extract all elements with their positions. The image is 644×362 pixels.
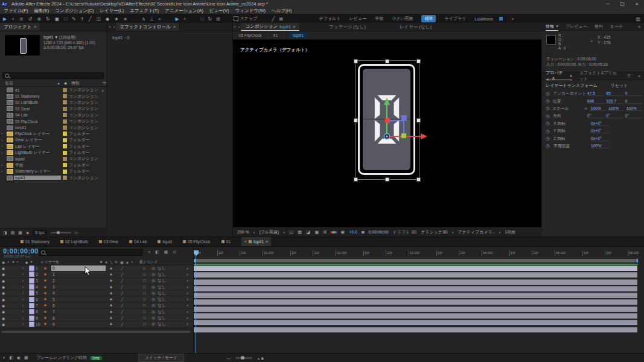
property-value[interactable]: 339.7 <box>606 99 623 104</box>
pick-whip-icon[interactable]: ◎ <box>149 266 158 271</box>
video-column-icon[interactable]: ◉ <box>0 260 5 264</box>
quality-switch[interactable]: ╱ <box>116 285 127 289</box>
label-color-swatch[interactable] <box>61 88 69 92</box>
gizmo-tool-icon[interactable]: + <box>183 16 187 22</box>
label-color-swatch[interactable] <box>29 297 36 302</box>
tool-icon[interactable]: ★ <box>114 16 118 22</box>
timeline-toggle-icon[interactable]: ◧ <box>155 250 159 255</box>
3d-switch[interactable]: □ <box>139 316 149 320</box>
workspace-search-icon[interactable]: ▥ <box>636 16 640 22</box>
item-name[interactable]: LightBulb レイヤー <box>14 150 61 156</box>
property-value[interactable]: 100% <box>626 106 642 111</box>
workspace-tab[interactable]: デフォルト <box>319 16 341 22</box>
rulers-icon[interactable]: ⊞ <box>323 229 327 235</box>
timeline-comp-tab[interactable]: 05 FlipClock <box>183 237 210 246</box>
quality-switch[interactable]: ╱ <box>116 310 127 314</box>
column-name[interactable]: 名前 <box>0 80 57 86</box>
layer-name[interactable]: 2 <box>51 278 106 284</box>
eye-icon[interactable]: ◉ <box>0 291 10 295</box>
expander-icon[interactable]: › <box>22 291 29 295</box>
expander-icon[interactable]: › <box>22 310 29 314</box>
panel-menu-icon[interactable]: ≡ <box>266 240 268 244</box>
property-value[interactable]: 85 <box>606 91 623 96</box>
expander-icon[interactable]: › <box>22 266 29 270</box>
selection-handle[interactable] <box>354 177 358 182</box>
tab-effect-controls[interactable]: エフェクトコントロール ≡ <box>116 23 180 31</box>
panel-collapse-icon[interactable]: « <box>232 25 237 29</box>
selection-handle[interactable] <box>385 59 389 63</box>
pick-whip-icon[interactable]: ◎ <box>149 291 158 296</box>
layer-name-column-label[interactable]: レイヤー名 <box>35 259 100 265</box>
parent-link-dropdown[interactable]: なし ▾ <box>158 278 193 284</box>
project-item-row[interactable]: › Gear レイヤー フォルダー <box>0 137 107 143</box>
snap-checkbox[interactable] <box>234 16 238 21</box>
collapse-switch[interactable]: ♣ <box>106 279 116 282</box>
breadcrumb-item[interactable]: #1 <box>273 33 278 37</box>
timeline-comp-tab[interactable]: 03 Gear <box>99 237 119 246</box>
layer-name[interactable]: 0 <box>51 265 106 271</box>
project-search-input[interactable] <box>11 73 98 78</box>
tool-icon[interactable]: ⊙ <box>19 16 24 22</box>
stopwatch-icon[interactable]: ◷ <box>546 121 553 126</box>
quality-switch[interactable]: ╱ <box>116 303 127 308</box>
label-color-swatch[interactable] <box>61 125 69 130</box>
label-color-swatch[interactable] <box>61 94 69 98</box>
viewer-tab[interactable]: コンポジション top#1 ≡ <box>241 23 299 31</box>
mask-visibility-icon[interactable]: ◪ <box>306 229 310 235</box>
collapse-switch[interactable]: ♣ <box>106 303 116 307</box>
roi-icon[interactable]: ◱ <box>289 229 293 235</box>
motion-blur-column-icon[interactable]: ◈ <box>126 260 129 264</box>
viewer-tab[interactable]: フッテージ (なし) <box>325 23 370 31</box>
stopwatch-icon[interactable]: ◷ <box>546 136 553 141</box>
viewer-tab[interactable]: レイヤー (なし) <box>395 23 436 31</box>
current-time-display[interactable]: 0;00;00;00 <box>3 247 39 255</box>
folder-expander-icon[interactable]: › <box>0 170 5 174</box>
timeline-layer-row[interactable]: ◉ › 7 ∗ 6 ♣ ╱ □ ◎ なし ▾ <box>0 303 193 309</box>
tab-preview[interactable]: プレビュー <box>566 24 587 30</box>
layer-name[interactable]: 8 <box>51 315 106 320</box>
timeline-comp-tab[interactable]: 04 Lab <box>129 237 147 246</box>
tab-audio[interactable]: オーデ <box>610 24 623 30</box>
layer-name[interactable]: 4 <box>51 290 106 296</box>
shy-column-icon[interactable]: ♣ <box>100 260 103 264</box>
project-item-row[interactable]: › Lab レイヤー フォルダー <box>0 144 107 150</box>
tool-icon[interactable]: T <box>81 16 84 22</box>
menu-item[interactable]: レイヤー(L) <box>100 8 124 14</box>
quality-switch[interactable]: ╱ <box>116 322 127 326</box>
item-name[interactable]: #1 <box>14 88 61 92</box>
property-value[interactable]: 0 <box>625 99 642 104</box>
selection-handle[interactable] <box>385 177 389 182</box>
3d-switch[interactable]: □ <box>139 285 149 289</box>
layer-duration-bar[interactable] <box>194 293 637 298</box>
axis-tool-icon[interactable]: × <box>158 16 161 22</box>
restore-button[interactable]: ▢ <box>615 0 630 8</box>
timeline-layer-row[interactable]: ◉ › 5 ∗ 4 ♣ ╱ □ ◎ なし ▾ <box>0 290 193 296</box>
gizmo-tool-icon[interactable]: ▶ <box>176 16 179 22</box>
collapse-switch[interactable]: ♣ <box>106 285 116 289</box>
3d-switch[interactable]: □ <box>139 297 149 301</box>
item-name[interactable]: 02 LightBulb <box>14 100 61 104</box>
eye-icon[interactable]: ◉ <box>0 279 10 283</box>
stopwatch-icon[interactable]: ◷ <box>546 91 553 97</box>
3d-switch[interactable]: □ <box>139 303 149 307</box>
project-item-row[interactable]: › FlipClock レイヤー フォルダー <box>0 131 107 137</box>
layer-name[interactable]: 1 <box>51 272 106 277</box>
expander-icon[interactable]: › <box>22 272 29 276</box>
timeline-search-input[interactable] <box>47 250 137 255</box>
expander-icon[interactable]: › <box>22 316 29 320</box>
menu-item[interactable]: 編集(E) <box>34 8 49 14</box>
parent-link-dropdown[interactable]: なし ▾ <box>158 284 193 290</box>
eye-icon[interactable]: ◉ <box>0 322 10 326</box>
bit-depth-button[interactable]: 8 bpc <box>33 230 47 235</box>
timeline-toggle-icon[interactable]: ⊙ <box>173 250 176 255</box>
camera-dropdown[interactable]: アクティブカメラ.. <box>457 229 494 235</box>
pick-whip-icon[interactable]: ◎ <box>149 297 158 302</box>
panel-collapse-icon[interactable]: « <box>107 25 112 29</box>
panel-menu-icon[interactable]: ≡ <box>293 24 295 30</box>
tab-project[interactable]: プロジェクト ≡ <box>0 23 40 31</box>
status-toggle-icon[interactable]: ◉ <box>17 355 21 360</box>
workspace-overflow-button[interactable]: » <box>511 16 514 22</box>
stopwatch-icon[interactable]: ◷ <box>546 106 552 111</box>
label-color-swatch[interactable] <box>61 132 69 136</box>
tool-icon[interactable]: ▶ <box>3 16 7 22</box>
